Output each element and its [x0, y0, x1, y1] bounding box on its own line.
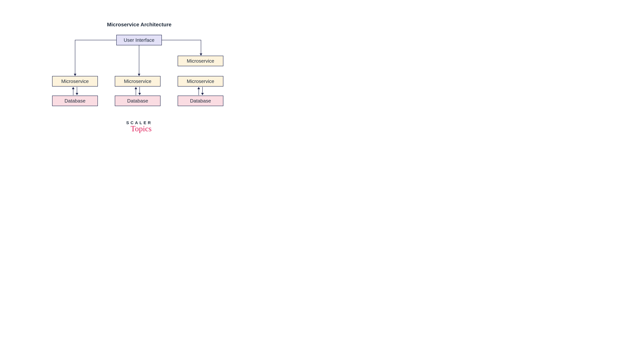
user-interface-box: User Interface — [116, 35, 162, 45]
database-box-2: Database — [115, 96, 161, 106]
arrow-ui-ms1-v — [75, 40, 75, 74]
database-box-1: Database — [52, 96, 98, 106]
microservice-box-1: Microservice — [52, 76, 98, 86]
arrow-ui-ms1-h — [75, 40, 116, 40]
microservice-box-3-bottom: Microservice — [178, 76, 223, 86]
arrow-ui-ms2-v — [139, 45, 139, 74]
user-interface-label: User Interface — [124, 37, 154, 43]
arrow-ms2-db2-up-head — [135, 87, 137, 89]
arrow-ms2-db2-down-head — [138, 93, 141, 95]
arrow-ui-ms3-head — [200, 54, 202, 56]
database-2-label: Database — [127, 98, 148, 104]
arrow-ms1-db1-up-head — [72, 87, 75, 89]
arrow-ms3-db3-up-head — [197, 87, 200, 89]
arrow-ms3-db3-down-line — [202, 87, 203, 93]
arrow-ms2-db2-up-line — [136, 89, 136, 95]
microservice-box-2: Microservice — [115, 76, 161, 86]
arrow-ms1-db1-down-head — [76, 93, 78, 95]
arrow-ms1-db1-down-line — [77, 87, 77, 93]
database-3-label: Database — [190, 98, 211, 104]
microservice-box-3-top: Microservice — [178, 56, 223, 66]
arrow-ui-ms3-v — [201, 40, 201, 54]
database-1-label: Database — [65, 98, 86, 104]
microservice-2-label: Microservice — [124, 78, 152, 84]
arrow-ms1-db1-up-line — [73, 89, 73, 95]
database-box-3: Database — [178, 96, 223, 106]
microservice-3-bottom-label: Microservice — [187, 78, 214, 84]
arrow-ms3-db3-up-line — [199, 89, 199, 95]
arrow-ms3-db3-down-head — [201, 93, 204, 95]
microservice-1-label: Microservice — [61, 78, 89, 84]
arrow-ms2-db2-down-line — [140, 87, 140, 93]
arrow-ui-ms1-head — [74, 74, 76, 76]
scaler-topics-logo: SCALER Topics — [0, 120, 279, 133]
arrow-ui-ms2-head — [138, 74, 140, 76]
diagram-title: Microservice Architecture — [0, 22, 279, 28]
arrow-ui-ms3-h — [162, 40, 201, 40]
microservice-3-top-label: Microservice — [187, 58, 214, 64]
logo-topics-text: Topics — [4, 124, 279, 133]
